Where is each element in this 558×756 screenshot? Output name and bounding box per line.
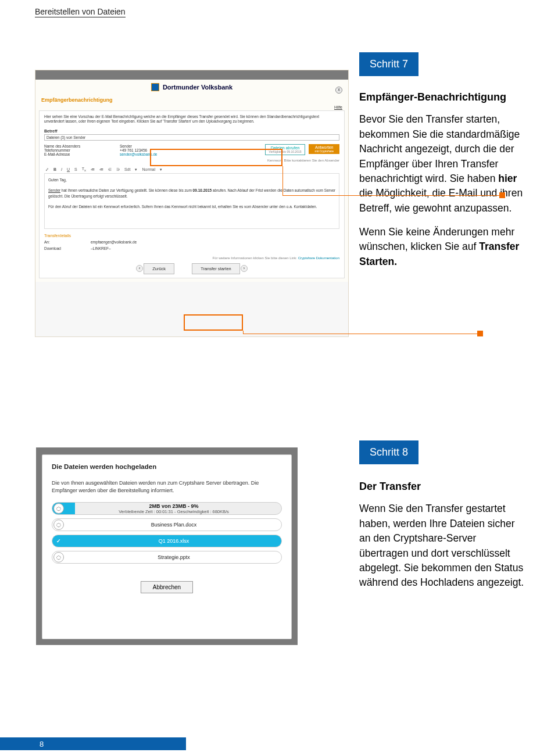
upload-progress-row: ◌ 2MB von 23MB - 9% Verbleibende Zeit : … xyxy=(52,502,282,515)
label-betreff: Betreff xyxy=(44,129,339,133)
section-empfaenger: Empfängerbenachrichtigung xyxy=(39,94,345,105)
td-an-value: empfaenger@volksbank.de xyxy=(91,240,137,244)
upload-file-row-1: ◌ Business Plan.docx xyxy=(52,518,282,531)
bank-logo-icon xyxy=(151,83,159,91)
check-icon: ✓ xyxy=(53,536,64,546)
step8-badge: Schritt 8 xyxy=(359,440,419,464)
input-betreff[interactable]: Dateien (3) von Sender xyxy=(44,134,339,141)
button-transfer-starten[interactable]: Transfer starten› xyxy=(192,263,240,274)
connector-line-2 xyxy=(243,334,478,334)
expand-icon[interactable]: ⤢ xyxy=(44,167,50,172)
spinner-icon: ◌ xyxy=(53,519,64,530)
upload-title: Die Dateien werden hochgeladen xyxy=(52,463,282,470)
step7-title: Empfänger-Benachrichtigung xyxy=(359,91,528,104)
label-telefon: Telefonnummer xyxy=(44,148,102,152)
connector-line-1b xyxy=(282,166,283,195)
screenshot-step8: Die Dateien werden hochgeladen Die von I… xyxy=(36,447,298,645)
spinner-icon: ◌ xyxy=(53,552,64,562)
help-link[interactable]: Hilfe xyxy=(39,105,345,110)
doc-link[interactable]: Cryptshare Dokumentation xyxy=(298,256,339,260)
step7-p2: Wenn Sie keine Änderungen mehr wünschen,… xyxy=(359,225,528,269)
screenshot-step7: Dortmunder Volksbank X Empfängerbenachri… xyxy=(35,70,349,337)
page-footer: 8 xyxy=(0,737,186,750)
td-download-value: –LINKREF– xyxy=(91,246,111,250)
value-absender-name: Sender xyxy=(120,144,207,148)
upload-file-row-3: ◌ Strategie.pptx xyxy=(52,551,282,564)
connector-end-2 xyxy=(477,331,483,336)
label-absender-name: Name des Absenders xyxy=(44,144,102,148)
step7-badge: Schritt 7 xyxy=(359,52,419,76)
upload-desc: Die von Ihnen ausgewählten Dateien werde… xyxy=(52,479,282,494)
chevron-right-icon: › xyxy=(241,265,248,272)
intro-text: Hier sehen Sie eine Vorschau der E-Mail … xyxy=(44,114,339,124)
step8-title: Der Transfer xyxy=(359,480,528,493)
connector-line-2b xyxy=(243,331,244,334)
label-email: E-Mail-Adresse xyxy=(44,152,102,156)
bank-logo: Dortmunder Volksbank xyxy=(39,81,345,94)
close-icon[interactable]: X xyxy=(335,87,342,94)
email-editor[interactable]: Guten Tag, Sender hat Ihnen vertrauliche… xyxy=(44,173,339,229)
cancel-button[interactable]: Abbrechen xyxy=(141,581,193,593)
button-zurueck[interactable]: ‹Zurück xyxy=(144,263,174,274)
step7-p1: Bevor Sie den Transfer starten, bekommen… xyxy=(359,112,528,216)
button-antworten[interactable]: Antworten mit Cryptshare xyxy=(309,144,339,154)
highlight-transfer-starten xyxy=(184,314,243,331)
spinner-icon: ◌ xyxy=(53,503,64,514)
editor-toolbar[interactable]: ⤢ BIUSTx ≔≔∈∋ Sdt▾ Normal▾ xyxy=(44,167,339,172)
upload-file-row-2: ✓ Q1 2016.xlsx xyxy=(52,535,282,547)
page-header: Bereitstellen von Dateien xyxy=(35,7,126,17)
step8-p1: Wenn Sie den Transfer gestartet haben, w… xyxy=(359,501,528,590)
connector-line-1 xyxy=(282,195,500,196)
chevron-left-icon: ‹ xyxy=(136,265,143,272)
highlight-email-area xyxy=(150,149,282,166)
doc-link-line: Für weitere Informationen klicken Sie bi… xyxy=(44,256,339,260)
td-an-label: An: xyxy=(44,240,79,244)
transferdetails-label: Transferdetails xyxy=(44,234,339,238)
connector-end-1 xyxy=(499,192,505,198)
page-number: 8 xyxy=(40,740,44,748)
td-download-label: Download xyxy=(44,246,79,250)
